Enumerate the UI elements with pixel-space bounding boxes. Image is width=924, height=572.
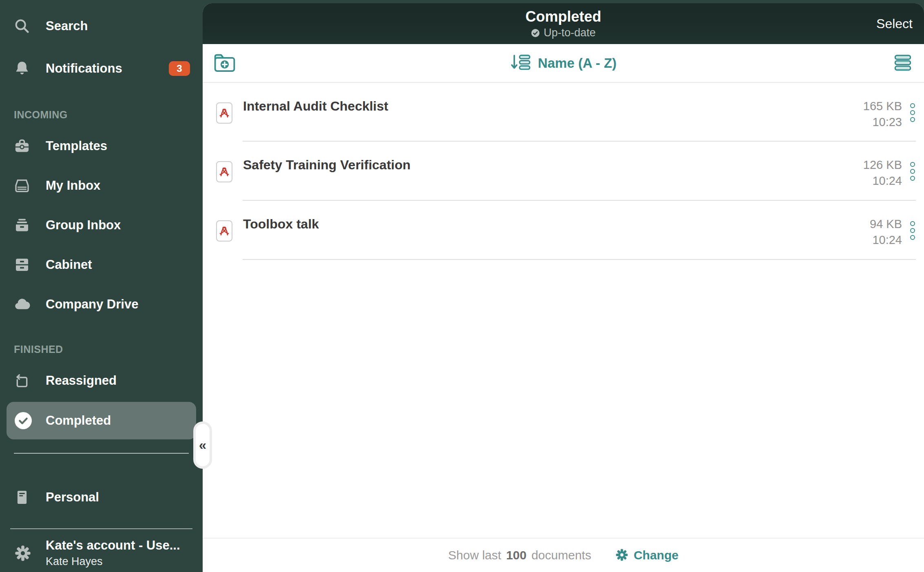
document-time: 10:24	[870, 233, 902, 247]
document-time: 10:23	[863, 115, 902, 129]
sidebar-item-label: Company Drive	[46, 297, 138, 312]
sidebar-divider	[14, 453, 189, 454]
briefcase-icon	[14, 138, 37, 154]
sidebar-item-search[interactable]: Search	[0, 12, 203, 40]
pdf-file-icon	[216, 161, 232, 182]
inbox-stack-icon	[14, 217, 37, 233]
document-size: 94 KB	[870, 215, 902, 233]
account-title: Kate's account - Use...	[46, 538, 180, 553]
page-title: Completed	[525, 8, 601, 25]
document-time: 10:24	[863, 173, 902, 188]
dot-icon	[910, 169, 915, 174]
dot-icon	[910, 228, 915, 233]
dot-icon	[910, 176, 915, 181]
sidebar-item-label: Group Inbox	[46, 218, 121, 233]
sidebar-divider	[10, 528, 192, 529]
gear-icon	[14, 544, 37, 562]
gear-icon	[615, 548, 629, 563]
sidebar-item-label: Personal	[46, 490, 99, 505]
footer-show-prefix: Show last	[448, 548, 501, 562]
dot-icon	[910, 162, 915, 167]
row-menu-button[interactable]	[910, 103, 915, 122]
document-row[interactable]: Toolbox talk 94 KB 10:24	[203, 201, 924, 260]
notifications-badge: 3	[169, 61, 190, 76]
sidebar-item-label: Notifications	[46, 61, 122, 76]
sidebar-item-group-inbox[interactable]: Group Inbox	[0, 205, 203, 245]
box-arrow-out-icon	[14, 372, 37, 389]
sidebar-item-label: Cabinet	[46, 257, 92, 272]
sidebar-item-personal[interactable]: Personal	[0, 477, 203, 517]
dot-icon	[910, 117, 915, 122]
account-settings[interactable]: Kate's account - Use... Kate Hayes	[0, 538, 203, 568]
sidebar-item-label: Reassigned	[46, 373, 117, 388]
sidebar-item-completed[interactable]: Completed	[7, 402, 196, 439]
sidebar: Search Notifications 3 INCOMING Template…	[0, 0, 203, 572]
sort-arrow-list-icon	[510, 53, 531, 73]
dot-icon	[910, 235, 915, 240]
folder-plus-icon	[213, 68, 237, 74]
sync-status-label: Up-to-date	[544, 27, 596, 39]
cloud-icon	[14, 296, 37, 313]
sidebar-item-company-drive[interactable]: Company Drive	[0, 284, 203, 324]
cabinet-icon	[14, 257, 37, 273]
dot-icon	[910, 110, 915, 115]
check-circle-small-icon	[531, 29, 540, 38]
view-mode-button[interactable]	[894, 53, 912, 73]
new-folder-button[interactable]	[213, 52, 237, 74]
sidebar-item-notifications[interactable]: Notifications 3	[0, 54, 203, 83]
dot-icon	[910, 221, 915, 226]
sidebar-section-finished: FINISHED	[0, 338, 203, 361]
sidebar-item-label: Completed	[46, 413, 111, 428]
main-panel: Completed Up-to-date Select	[203, 3, 924, 572]
document-name: Internal Audit Checklist	[243, 98, 863, 115]
document-name: Safety Training Verification	[243, 156, 863, 173]
account-user-name: Kate Hayes	[46, 555, 180, 568]
bell-icon	[14, 60, 37, 77]
sidebar-item-templates[interactable]: Templates	[0, 126, 203, 166]
sidebar-item-label: My Inbox	[46, 178, 100, 193]
footer-show-suffix: documents	[531, 548, 591, 562]
row-menu-button[interactable]	[910, 221, 915, 240]
sidebar-section-incoming: INCOMING	[0, 103, 203, 126]
pdf-file-icon	[216, 220, 232, 242]
document-size: 126 KB	[863, 156, 902, 173]
change-limit-button[interactable]: Change	[615, 548, 679, 563]
sidebar-item-cabinet[interactable]: Cabinet	[0, 245, 203, 284]
toolbar: Name (A - Z)	[203, 44, 924, 83]
document-list-empty-space	[203, 260, 924, 538]
check-circle-icon	[14, 411, 37, 430]
document-row[interactable]: Safety Training Verification 126 KB 10:2…	[203, 142, 924, 201]
sync-status: Up-to-date	[531, 27, 596, 39]
sidebar-collapse-handle[interactable]: «	[193, 421, 212, 469]
pdf-file-icon	[216, 102, 232, 124]
row-menu-button[interactable]	[910, 162, 915, 181]
main-header: Completed Up-to-date Select	[203, 3, 924, 44]
footer-document-count: 100	[506, 548, 526, 562]
stacked-rows-icon	[894, 67, 912, 73]
sort-button[interactable]: Name (A - Z)	[510, 53, 617, 73]
select-button[interactable]: Select	[876, 16, 913, 31]
document-name: Toolbox talk	[243, 215, 870, 233]
document-page-icon	[14, 489, 37, 505]
double-chevron-left-icon: «	[199, 437, 206, 453]
sidebar-item-label: Search	[46, 19, 88, 33]
sidebar-item-reassigned[interactable]: Reassigned	[0, 361, 203, 400]
document-row[interactable]: Internal Audit Checklist 165 KB 10:23	[203, 83, 924, 142]
sidebar-item-my-inbox[interactable]: My Inbox	[0, 166, 203, 205]
sidebar-item-label: Templates	[46, 139, 107, 153]
footer: Show last 100 documents Change	[203, 538, 924, 572]
dot-icon	[910, 103, 915, 108]
change-label: Change	[634, 548, 679, 562]
inbox-tray-icon	[14, 177, 37, 194]
search-icon	[14, 18, 37, 34]
sort-label: Name (A - Z)	[538, 55, 617, 71]
document-size: 165 KB	[863, 98, 902, 115]
